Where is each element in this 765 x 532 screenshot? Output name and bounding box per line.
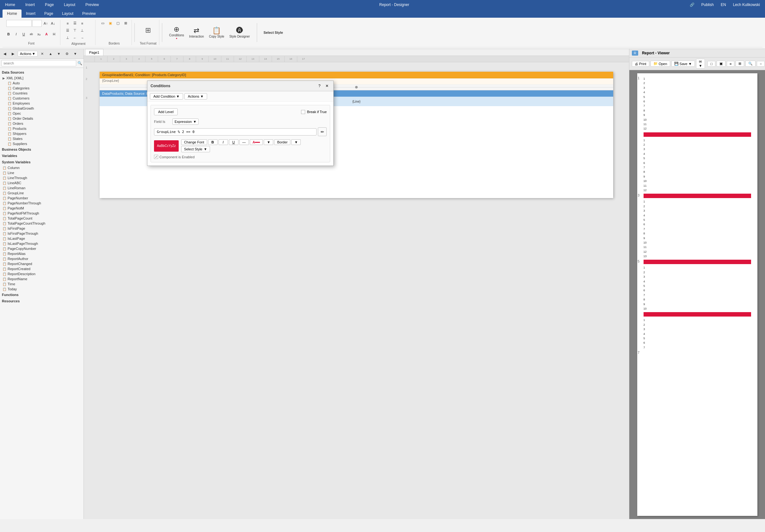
resize-handle[interactable] (355, 86, 358, 89)
tree-item-totalpagecount[interactable]: 📋TotalPageCount (1, 216, 82, 221)
move-down-btn[interactable]: ▼ (55, 50, 62, 57)
component-enabled-checkbox[interactable] (154, 155, 158, 159)
interaction-btn[interactable]: ⇄ Interaction (187, 26, 206, 39)
view-double-btn[interactable]: ▣ (717, 61, 725, 67)
tree-item-categories[interactable]: 📋 Categories (1, 86, 82, 91)
indent-right-btn[interactable]: → (79, 34, 86, 41)
tree-item-isfirstpage[interactable]: 📋IsFirstPage (1, 226, 82, 231)
subscript-btn[interactable]: x₂ (35, 31, 42, 38)
fmt-strikethrough-btn[interactable]: — (240, 139, 249, 145)
tree-item-today[interactable]: 📋Today (1, 287, 82, 292)
tree-item-isfirstpagethrough[interactable]: 📋IsFirstPageThrough (1, 231, 82, 236)
tree-item-shippers[interactable]: 📋 Shippers (1, 131, 82, 136)
tree-item-opec[interactable]: 📋 Opec (1, 111, 82, 116)
fmt-color-dropdown[interactable]: ▼ (264, 139, 273, 145)
open-btn[interactable]: 📁 Open (650, 61, 670, 67)
tree-item-pagenumber[interactable]: 📋PageNumber (1, 195, 82, 201)
expression-dropdown[interactable]: Expression ▼ (172, 119, 199, 125)
bold-btn[interactable]: B (5, 31, 12, 38)
copy-style-btn[interactable]: 📋 Copy Style (207, 26, 226, 39)
decrease-font-btn[interactable]: A↓ (50, 20, 57, 27)
align-middle-btn[interactable]: ⊥ (79, 27, 86, 34)
tree-item-lineabc[interactable]: 📋LineABC (1, 180, 82, 185)
tree-item-reportalias[interactable]: 📋ReportAlias (1, 251, 82, 256)
search-input[interactable] (1, 60, 76, 66)
tree-item-reportchanged[interactable]: 📋ReportChanged (1, 261, 82, 266)
fill-color-btn[interactable]: ▣ (107, 20, 114, 27)
tab-page1[interactable]: Page1 (85, 49, 103, 56)
align-bottom-btn[interactable]: ⊥ (64, 34, 71, 41)
tab-home[interactable]: Home (3, 9, 22, 18)
tree-item-countries[interactable]: 📋 Countries (1, 91, 82, 96)
tree-item-linethrough[interactable]: 📋LineThrough (1, 175, 82, 180)
tree-item-lineroman[interactable]: 📋LineRoman (1, 185, 82, 190)
font-size-input[interactable] (32, 20, 42, 27)
italic-btn[interactable]: I (13, 31, 20, 38)
tree-item-pagenotfmthrough[interactable]: 📋PageNotFMThrough (1, 211, 82, 216)
settings-dropdown[interactable]: ▼ (72, 50, 79, 57)
tree-item-time[interactable]: 📋Time (1, 281, 82, 287)
view-continuous-btn[interactable]: ≡ (727, 61, 734, 67)
dialog-close-btn[interactable]: ✕ (324, 83, 330, 89)
settings-btn[interactable]: ⚙ (64, 50, 71, 57)
menu-insert[interactable]: Insert (23, 2, 37, 8)
view-continuous-facing-btn[interactable]: ⊞ (736, 61, 744, 67)
expression-edit-btn[interactable]: ✏ (318, 127, 327, 136)
align-right-btn[interactable]: ≡ (79, 20, 86, 27)
move-up-btn[interactable]: ▲ (47, 50, 54, 57)
align-justify-btn[interactable]: ☰ (64, 27, 71, 34)
tree-item-customers[interactable]: 📋 Customers (1, 96, 82, 101)
tree-item-line[interactable]: 📋Line (1, 170, 82, 175)
save-btn[interactable]: 💾 Save ▼ (671, 61, 695, 67)
change-font-btn[interactable]: Change Font (181, 139, 207, 145)
expression-input[interactable] (154, 128, 317, 135)
zoom-out-btn[interactable]: − (757, 61, 764, 67)
tree-item-column[interactable]: 📋Column (1, 165, 82, 170)
tree-item-pagenotm[interactable]: 📋PageNotM (1, 206, 82, 211)
tab-preview[interactable]: Preview (78, 9, 100, 18)
style-designer-btn[interactable]: 🅐 Style Designer (227, 26, 252, 39)
add-condition-btn[interactable]: Add Condition ▼ (150, 93, 183, 100)
indent-left-btn[interactable]: ← (72, 34, 78, 41)
strikethrough-btn[interactable]: ab (28, 31, 35, 38)
align-top-btn[interactable]: ⊤ (72, 27, 78, 34)
tree-item-islastpage[interactable]: 📋IsLastPage (1, 236, 82, 241)
band-group-header[interactable]: GroupHeaderBand1; Condition: [Products.C… (100, 72, 613, 78)
tree-item-pagecopynumber[interactable]: 📋PageCopyNumber (1, 246, 82, 251)
search-viewer-btn[interactable]: 🔍 (745, 61, 756, 67)
border-style-btn[interactable]: ▭ (99, 20, 106, 27)
text-format-btn[interactable]: ⊞ (142, 25, 154, 35)
tree-item-groupline[interactable]: 📋GroupLine (1, 190, 82, 195)
search-icon[interactable]: 🔍 (78, 61, 82, 65)
tree-item-pagenumberthrough[interactable]: 📋PageNumberThrough (1, 201, 82, 206)
tree-item-states[interactable]: 📋 States (1, 136, 82, 141)
break-if-true-checkbox[interactable] (301, 110, 305, 114)
view-single-btn[interactable]: □ (707, 61, 715, 67)
tree-item-totalpagecountthrough[interactable]: 📋TotalPageCountThrough (1, 221, 82, 226)
tree-item-auto[interactable]: 📋 Auto (1, 81, 82, 86)
left-nav-forward[interactable]: ▶ (9, 50, 16, 57)
tree-item-employees[interactable]: 📋 Employees (1, 101, 82, 106)
tree-item-xml[interactable]: ▶ XML [XML] (1, 76, 82, 81)
select-style-dropdown[interactable]: Select Style ▼ (181, 146, 210, 152)
print-btn[interactable]: 🖨 Print (632, 61, 649, 67)
fmt-font-color-btn[interactable]: A (250, 139, 263, 145)
font-name-input[interactable] (6, 20, 32, 27)
tree-item-islastpagethrough[interactable]: 📋IsLastPageThrough (1, 241, 82, 246)
actions-dropdown[interactable]: Actions ▼ (18, 51, 38, 57)
conditions-btn[interactable]: ⊕ Conditions ● (167, 24, 186, 41)
border-color-btn[interactable]: ▢ (115, 20, 121, 27)
dialog-help-btn[interactable]: ? (316, 83, 323, 89)
menu-preview[interactable]: Preview (84, 2, 101, 8)
publish-btn[interactable]: Publish (700, 2, 716, 8)
tab-layout[interactable]: Layout (58, 9, 78, 18)
tree-item-suppliers[interactable]: 📋 Suppliers (1, 141, 82, 146)
menu-page[interactable]: Page (43, 2, 56, 8)
border-all-btn[interactable]: ⊞ (122, 20, 129, 27)
underline-btn[interactable]: U (20, 31, 27, 38)
menu-layout[interactable]: Layout (62, 2, 77, 8)
add-level-btn[interactable]: Add Level (154, 108, 178, 115)
email-btn[interactable]: ✉▼ (696, 59, 705, 69)
fmt-bold-btn[interactable]: B (208, 139, 218, 145)
fmt-border-btn[interactable]: Border (274, 139, 290, 145)
